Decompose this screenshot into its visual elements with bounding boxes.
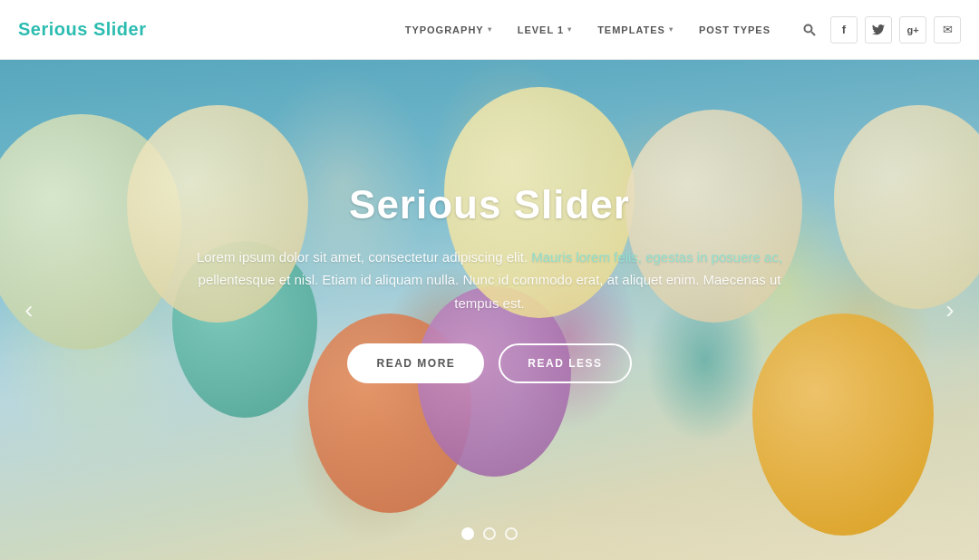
slide-dot-2[interactable]: [483, 527, 496, 540]
hero-slider: ‹ Serious Slider Lorem ipsum dolor sit a…: [0, 60, 979, 560]
slide-dot-1[interactable]: [461, 527, 474, 540]
slide-dot-3[interactable]: [505, 527, 518, 540]
googleplus-button[interactable]: g+: [899, 16, 926, 43]
svg-point-0: [805, 24, 812, 32]
chevron-down-icon: ▾: [669, 25, 674, 34]
twitter-button[interactable]: [865, 16, 892, 43]
facebook-button[interactable]: f: [830, 16, 858, 43]
slide-content: Serious Slider Lorem ipsum dolor sit ame…: [0, 60, 979, 560]
chevron-down-icon: ▾: [488, 25, 492, 34]
main-nav: TYPOGRAPHY ▾ LEVEL 1 ▾ TEMPLATES ▾ POST …: [405, 16, 961, 43]
email-button[interactable]: ✉: [934, 16, 961, 43]
logo[interactable]: Serious Slider: [18, 19, 147, 40]
nav-post-types[interactable]: POST TYPES: [699, 24, 771, 35]
chevron-down-icon: ▾: [567, 25, 572, 34]
social-icons: f g+ ✉: [796, 16, 961, 43]
slider-next-button[interactable]: ›: [930, 290, 970, 330]
nav-typography[interactable]: TYPOGRAPHY ▾: [405, 24, 492, 35]
svg-line-1: [811, 32, 815, 35]
slider-dots: [461, 527, 518, 540]
nav-level1[interactable]: LEVEL 1 ▾: [518, 24, 572, 35]
slide-title: Serious Slider: [349, 182, 630, 227]
slider-prev-button[interactable]: ‹: [9, 290, 49, 330]
read-more-button[interactable]: READ MORE: [347, 343, 484, 383]
search-button[interactable]: [796, 16, 823, 43]
slide-body: Lorem ipsum dolor sit amet, consectetur …: [181, 246, 798, 315]
read-less-button[interactable]: READ LESS: [499, 343, 631, 383]
nav-templates[interactable]: TEMPLATES ▾: [597, 24, 674, 35]
slide-buttons: READ MORE READ LESS: [347, 343, 631, 383]
header: Serious Slider TYPOGRAPHY ▾ LEVEL 1 ▾ TE…: [0, 0, 979, 60]
